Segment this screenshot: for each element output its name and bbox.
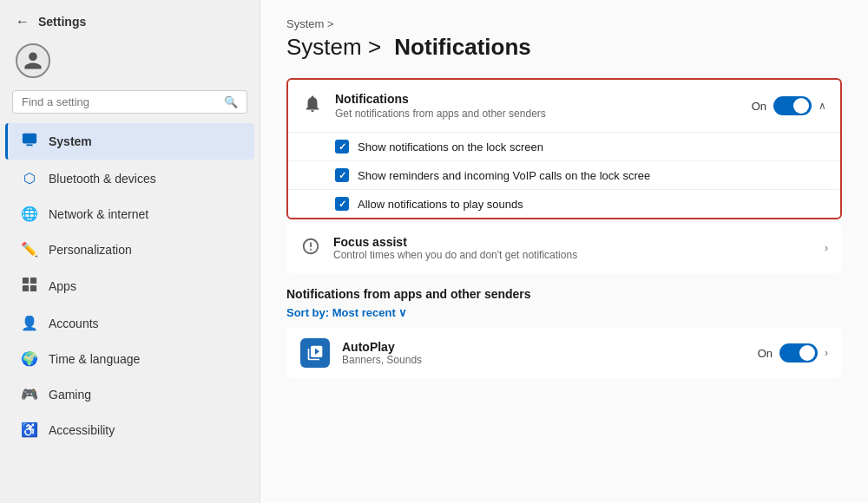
sidebar-item-personalization[interactable]: ✏️ Personalization [5,232,254,266]
focus-assist-text: Focus assist Control times when you do a… [333,235,812,261]
sidebar-item-label-gaming: Gaming [49,388,91,402]
focus-assist-row: Focus assist Control times when you do a… [286,223,842,273]
svg-rect-4 [23,285,29,291]
sub-item-sounds-label: Allow notifications to play sounds [358,198,523,211]
sidebar-item-network[interactable]: 🌐 Network & internet [5,197,254,231]
notifications-card: Notifications Get notifications from app… [286,78,842,219]
sidebar-item-label-time: Time & language [49,352,140,366]
sidebar-item-label-bluetooth: Bluetooth & devices [49,172,156,186]
back-arrow[interactable]: ← [16,14,30,29]
breadcrumb: System > [286,17,842,30]
notifications-toggle-label: On [752,100,766,113]
notifications-text: Notifications Get notifications from app… [335,92,740,120]
autoplay-toggle-area: On › [758,343,828,363]
search-input[interactable] [22,95,217,108]
sidebar-item-label-accessibility: Accessibility [49,423,115,437]
breadcrumb-separator: > [327,17,334,30]
sub-item-lockscreen: Show notifications on the lock screen [288,132,840,160]
gaming-icon: 🎮 [21,386,38,402]
svg-rect-0 [23,134,36,144]
main-content: System > System > Notifications Notifica… [260,0,868,503]
sidebar-item-label-personalization: Personalization [49,243,132,257]
sidebar-item-accounts[interactable]: 👤 Accounts [5,306,254,340]
svg-rect-3 [30,278,36,284]
sidebar-item-label-network: Network & internet [49,207,148,221]
notifications-subtitle: Get notifications from apps and other se… [335,108,740,120]
avatar-area [0,35,260,90]
network-icon: 🌐 [21,206,38,222]
sidebar: ← Settings 🔍 System ⬡ Bluetooth & device… [0,0,260,503]
sidebar-item-time[interactable]: 🌍 Time & language [5,342,254,376]
bluetooth-icon: ⬡ [21,170,38,186]
avatar [16,43,50,78]
sort-label: Sort by: Most recent ∨ [286,306,842,319]
time-icon: 🌍 [21,350,38,367]
checkbox-sounds[interactable] [335,197,349,211]
focus-icon [300,237,321,260]
autoplay-toggle-label: On [758,347,773,360]
autoplay-icon-box [300,338,330,368]
autoplay-row: AutoPlay Banners, Sounds On › [286,328,842,378]
autoplay-text: AutoPlay Banners, Sounds [342,340,746,366]
sidebar-item-bluetooth[interactable]: ⬡ Bluetooth & devices [5,161,254,195]
focus-chevron-right-icon[interactable]: › [825,242,828,254]
sub-item-lockscreen-label: Show notifications on the lock screen [358,140,543,154]
page-title-current: Notifications [394,34,530,60]
sub-item-reminders: Show reminders and incoming VoIP calls o… [288,160,840,189]
autoplay-title: AutoPlay [342,340,746,354]
sidebar-item-accessibility[interactable]: ♿ Accessibility [5,413,254,447]
sidebar-title: Settings [38,15,86,29]
focus-assist-title: Focus assist [333,235,812,249]
notifications-title: Notifications [335,92,740,106]
breadcrumb-system: System [286,17,324,30]
search-icon: 🔍 [224,95,238,108]
sort-by-text: Sort by: [286,306,329,319]
chevron-up-icon[interactable]: ∧ [819,100,826,112]
accessibility-icon: ♿ [21,421,38,438]
notifications-row: Notifications Get notifications from app… [288,80,840,132]
apps-icon [21,277,38,296]
accounts-icon: 👤 [21,315,38,331]
notifications-toggle-area: On ∧ [752,96,826,115]
autoplay-chevron-right-icon[interactable]: › [825,347,828,359]
page-title-parent: System > [286,34,381,60]
checkbox-lockscreen[interactable] [335,140,349,154]
autoplay-toggle[interactable] [779,343,818,363]
sidebar-item-label-apps: Apps [49,279,76,293]
sidebar-item-label-system: System [49,134,92,148]
personalization-icon: ✏️ [21,241,38,258]
focus-assist-subtitle: Control times when you do and don't get … [333,249,812,261]
search-bar[interactable]: 🔍 [12,90,247,114]
sub-item-reminders-label: Show reminders and incoming VoIP calls o… [358,169,650,182]
svg-rect-2 [23,278,29,284]
autoplay-subtitle: Banners, Sounds [342,354,746,366]
svg-rect-5 [30,285,36,291]
sidebar-header: ← Settings [0,0,260,35]
bell-icon [302,95,323,118]
system-icon [21,132,38,151]
sub-item-sounds: Allow notifications to play sounds [288,189,840,218]
notifications-toggle[interactable] [773,96,812,115]
sidebar-item-apps[interactable]: Apps [5,268,254,304]
page-title: System > Notifications [286,34,842,61]
sort-value[interactable]: Most recent ∨ [332,306,408,319]
sidebar-item-system[interactable]: System [5,123,254,160]
sidebar-item-label-accounts: Accounts [49,317,99,330]
sidebar-item-gaming[interactable]: 🎮 Gaming [5,377,254,411]
checkbox-reminders[interactable] [335,168,349,182]
svg-rect-1 [26,144,32,146]
senders-section-title: Notifications from apps and other sender… [286,287,842,301]
